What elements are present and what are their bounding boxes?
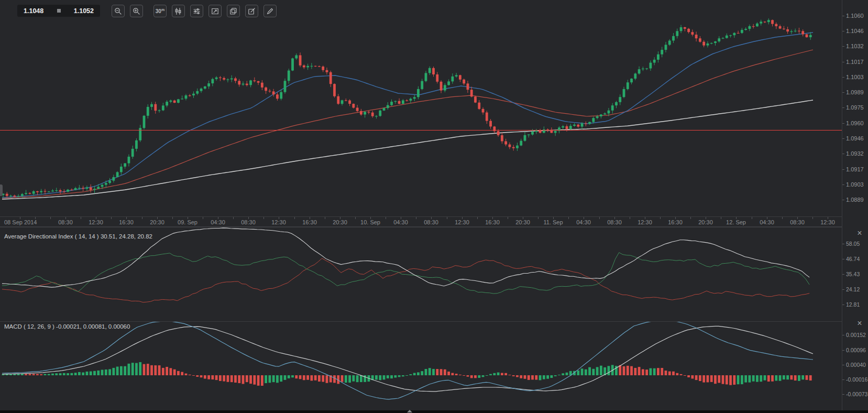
zoom-in-button[interactable] <box>130 5 143 17</box>
time-axis-tick <box>630 217 630 219</box>
draw-button[interactable] <box>263 5 277 17</box>
time-axis-tick <box>248 217 249 219</box>
time-axis-tick <box>721 217 721 219</box>
macd-close-button[interactable]: × <box>855 319 864 329</box>
time-tick-label: 11. Sep <box>543 219 563 225</box>
macd-indicator-panel[interactable] <box>2 320 813 399</box>
macd-panel-divider[interactable] <box>0 321 842 322</box>
axis-tick <box>842 274 844 275</box>
macd-tick-label: -0.00073 <box>846 390 867 398</box>
time-axis-tick <box>431 217 432 219</box>
macd-tick-label: 0.00152 <box>846 331 866 339</box>
spread-indicator-icon <box>57 9 61 13</box>
time-tick-label: 20:30 <box>698 219 713 225</box>
adx-tick-label: 58.05 <box>846 240 860 247</box>
adx-close-button[interactable]: × <box>855 229 864 238</box>
time-tick-label: 16:30 <box>668 219 683 225</box>
chart-canvas[interactable] <box>0 0 868 413</box>
time-axis-tick <box>645 217 645 219</box>
time-tick-label: 20:30 <box>150 219 164 225</box>
time-axis-tick <box>35 217 36 219</box>
price-tick-label: 1.1046 <box>846 27 864 35</box>
chart-expand-button[interactable] <box>208 5 222 17</box>
price-tick-label: 1.1017 <box>846 58 864 66</box>
time-axis-tick <box>233 217 234 219</box>
collapsed-panel-handle[interactable] <box>0 184 3 196</box>
time-axis-tick <box>812 217 813 219</box>
ask-price[interactable]: 1.1052 <box>74 7 94 15</box>
time-axis-tick <box>218 217 218 219</box>
axis-tick <box>842 62 844 62</box>
time-axis-tick <box>782 217 783 219</box>
time-tick-label: 16:30 <box>485 219 500 225</box>
edit-button[interactable] <box>245 5 258 17</box>
axis-tick <box>842 107 844 108</box>
timeframe-button[interactable]: 30m <box>153 5 167 17</box>
adx-panel-divider[interactable] <box>0 227 842 227</box>
chart-type-button[interactable] <box>172 5 185 17</box>
price-tick-label: 1.1003 <box>846 73 864 81</box>
time-tick-label: 12:30 <box>638 219 652 225</box>
price-chart-panel[interactable] <box>2 18 813 199</box>
time-axis-tick <box>584 217 584 219</box>
time-axis-tick <box>386 217 386 219</box>
indicators-button[interactable] <box>190 5 203 17</box>
time-axis-tick <box>447 217 447 219</box>
price-tick-label: 1.0975 <box>846 104 864 111</box>
adx-panel-title: Average Directional Index ( 14, 14 ) 30.… <box>4 233 152 240</box>
axis-tick <box>842 123 844 124</box>
time-axis-tick <box>797 217 798 219</box>
axis-tick <box>842 200 844 200</box>
time-axis-tick <box>568 217 569 219</box>
price-scale-column[interactable]: 1.0955 1.10601.10461.10321.10171.10031.0… <box>842 0 868 410</box>
adx-tick-label: 24.12 <box>846 286 860 293</box>
time-axis-tick <box>477 217 478 219</box>
time-axis-tick <box>416 217 416 219</box>
chart-layers-button[interactable] <box>227 5 240 17</box>
time-axis-tick <box>172 217 173 219</box>
time-axis-tick <box>279 217 279 219</box>
macd-tick-label: -0.00016 <box>846 376 867 383</box>
candlesticks-icon <box>174 7 182 15</box>
axis-tick <box>842 394 844 395</box>
plus-di-line <box>2 253 809 294</box>
time-axis-tick <box>203 217 203 219</box>
time-axis-tick <box>325 217 325 219</box>
axis-tick <box>842 259 844 259</box>
time-axis-tick <box>188 217 188 219</box>
time-axis-tick <box>157 217 158 219</box>
expand-panel-arrow-icon[interactable] <box>407 410 412 412</box>
time-axis[interactable]: 08 Sep 201408:3012:3016:3020:3009. Sep04… <box>0 216 842 227</box>
time-tick-label: 08:30 <box>58 219 73 225</box>
bid-price[interactable]: 1.1048 <box>24 7 43 15</box>
time-tick-label: 16:30 <box>119 219 134 225</box>
axis-tick <box>842 46 844 47</box>
zoom-in-icon <box>133 7 140 15</box>
time-axis-tick <box>599 217 600 219</box>
price-tick-label: 1.0889 <box>846 196 864 203</box>
time-axis-tick <box>660 217 661 219</box>
zoom-out-button[interactable] <box>112 5 125 17</box>
axis-tick <box>842 305 844 305</box>
macd-panel-title: MACD ( 12, 26, 9 ) -0.00021, 0.00081, 0.… <box>4 323 130 330</box>
bottom-scroll-strip[interactable] <box>0 410 868 413</box>
axis-tick <box>842 169 844 170</box>
time-tick-label: 08:30 <box>607 219 622 225</box>
quote-panel[interactable]: 1.1048 1.1052 <box>17 5 100 17</box>
time-tick-label: 20:30 <box>515 219 530 225</box>
time-tick-label: 16:30 <box>302 219 317 225</box>
time-axis-tick <box>355 217 356 219</box>
time-axis-tick <box>736 217 737 219</box>
time-axis-tick <box>294 217 295 219</box>
time-tick-label: 08:30 <box>424 219 438 225</box>
time-tick-label: 08:30 <box>790 219 805 225</box>
horizontal-price-line[interactable] <box>0 130 842 131</box>
macd-histogram <box>2 362 812 386</box>
price-tick-label: 1.0932 <box>846 150 864 157</box>
candlestick-series <box>2 18 812 198</box>
time-axis-tick <box>81 217 81 219</box>
time-tick-label: 04:30 <box>760 219 774 225</box>
axis-tick <box>842 289 844 290</box>
axis-tick <box>842 77 844 78</box>
chart-expand-icon <box>211 7 219 15</box>
